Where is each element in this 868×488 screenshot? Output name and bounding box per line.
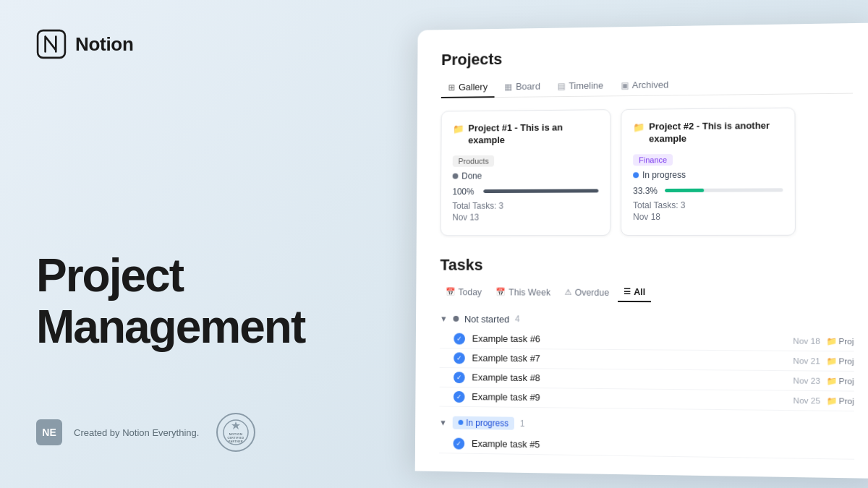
- task-row[interactable]: ✓ Example task #9 Nov 25 📁 Proj: [439, 388, 854, 411]
- svg-text:CERTIFIED: CERTIFIED: [228, 437, 244, 440]
- projects-tabs-bar: ⊞ Gallery ▦ Board ▤ Timeline ▣ Archived: [441, 72, 853, 98]
- group-toggle-not-started[interactable]: ▼: [440, 314, 448, 323]
- certified-seal-icon: NOTION CERTIFIED PARTNER: [221, 418, 250, 447]
- task-check-8: ✓: [454, 372, 465, 383]
- task-check-7: ✓: [454, 352, 465, 364]
- tasks-title: Tasks: [440, 256, 854, 275]
- svg-text:PARTNER: PARTNER: [229, 440, 243, 443]
- timeline-icon: ▤: [557, 81, 565, 91]
- svg-text:NOTION: NOTION: [229, 432, 243, 436]
- card-2-fill: [665, 189, 704, 192]
- project-cards-container: 📁 Project #1 - This is an example Produc…: [441, 107, 854, 236]
- tab-board-label: Board: [516, 81, 540, 92]
- task-tab-today[interactable]: 📅 Today: [440, 283, 488, 301]
- ne-icon: NE: [36, 419, 62, 445]
- card-2-status-dot: [633, 172, 639, 178]
- card-1-status: Done: [461, 171, 482, 181]
- tab-archived-label: Archived: [632, 80, 668, 90]
- task-date-6: Nov 18: [793, 336, 820, 345]
- task-tab-week[interactable]: 📅 This Week: [490, 283, 556, 301]
- tab-archived[interactable]: ▣ Archived: [613, 74, 676, 96]
- group-toggle-in-progress[interactable]: ▼: [439, 418, 447, 427]
- task-row[interactable]: ✓ Example task #5: [439, 434, 854, 459]
- logo-text: Notion: [75, 33, 134, 56]
- card-2-tag: Finance: [633, 154, 673, 166]
- task-group-in-progress: ▼ In progress 1 ✓ Example task #5: [439, 414, 854, 459]
- gallery-icon: ⊞: [448, 82, 456, 93]
- task-tab-today-label: Today: [458, 287, 482, 297]
- left-panel: Notion Project Management NE Created by …: [0, 0, 420, 488]
- notion-logo-icon: [36, 29, 67, 59]
- task-tab-week-label: This Week: [509, 287, 550, 297]
- task-check-5: ✓: [453, 437, 464, 449]
- board-icon: ▦: [504, 82, 512, 92]
- task-tab-all[interactable]: ☰ All: [618, 283, 651, 302]
- task-proj-7: 📁 Proj: [826, 356, 854, 367]
- task-proj-6: 📁 Proj: [826, 336, 854, 347]
- card-2-progress-bar: [665, 189, 783, 193]
- card-2-title: Project #2 - This is another example: [649, 120, 783, 145]
- card-1-progress-bar: [483, 189, 598, 194]
- project-card-1[interactable]: 📁 Project #1 - This is an example Produc…: [441, 109, 611, 236]
- task-name-8: Example task #8: [472, 372, 784, 386]
- task-proj-9: 📁 Proj: [826, 395, 854, 406]
- task-date-9: Nov 25: [793, 396, 820, 406]
- group-header-not-started: ▼ Not started 4: [440, 312, 854, 329]
- tab-gallery-label: Gallery: [459, 82, 488, 93]
- tasks-tabs-bar: 📅 Today 📅 This Week ⚠ Overdue ☰ All: [440, 283, 854, 303]
- certified-badge: NOTION CERTIFIED PARTNER: [216, 413, 255, 452]
- task-check-6: ✓: [454, 333, 465, 344]
- task-name-6: Example task #6: [472, 333, 784, 346]
- task-tab-all-label: All: [634, 287, 645, 297]
- folder-icon-2: 📁: [633, 122, 644, 133]
- app-content: Projects ⊞ Gallery ▦ Board ▤ Timeline ▣ …: [415, 22, 868, 478]
- group-dot-not-started: [453, 316, 459, 322]
- group-label-not-started: Not started: [464, 314, 509, 325]
- hero-line2: Management: [36, 301, 383, 352]
- projects-section: Projects ⊞ Gallery ▦ Board ▤ Timeline ▣ …: [441, 45, 854, 236]
- calendar-icon-today: 📅: [446, 288, 456, 297]
- task-tab-overdue-label: Overdue: [575, 288, 610, 298]
- dot-inprogress-badge: [458, 420, 463, 425]
- projects-title: Projects: [441, 45, 853, 69]
- tab-gallery[interactable]: ⊞ Gallery: [441, 77, 495, 98]
- project-card-2[interactable]: 📁 Project #2 - This is another example F…: [621, 108, 796, 236]
- folder-icon-1: 📁: [453, 124, 464, 134]
- card-1-date: Nov 13: [452, 212, 598, 222]
- tab-timeline[interactable]: ▤ Timeline: [550, 76, 611, 98]
- task-date-7: Nov 21: [793, 356, 820, 366]
- card-1-progress: 100%: [453, 187, 478, 197]
- logo-area: Notion: [36, 29, 383, 59]
- archived-icon: ▣: [621, 80, 629, 90]
- task-tab-overdue[interactable]: ⚠ Overdue: [559, 284, 615, 301]
- group-count-not-started: 4: [515, 314, 520, 325]
- card-1-tag: Products: [453, 155, 495, 167]
- card-2-date: Nov 18: [633, 211, 783, 222]
- card-2-tasks: Total Tasks: 3: [633, 200, 783, 210]
- tasks-section: Tasks 📅 Today 📅 This Week ⚠ Overdue ☰ Al…: [439, 256, 854, 460]
- hero-line1: Project: [36, 250, 383, 301]
- card-1-fill: [483, 189, 598, 194]
- group-header-in-progress: ▼ In progress 1: [439, 414, 854, 437]
- task-proj-8: 📁 Proj: [826, 376, 854, 387]
- tab-timeline-label: Timeline: [569, 80, 603, 91]
- hero-title: Project Management: [36, 250, 383, 352]
- task-name-5: Example task #5: [472, 438, 854, 455]
- card-2-status: In progress: [642, 170, 686, 180]
- task-name-9: Example task #9: [472, 391, 784, 406]
- card-1-tasks: Total Tasks: 3: [452, 200, 598, 210]
- list-icon: ☰: [624, 287, 631, 296]
- group-count-in-progress: 1: [520, 419, 525, 429]
- task-name-7: Example task #7: [472, 353, 785, 367]
- task-row[interactable]: ✓ Example task #6 Nov 18 📁 Proj: [440, 329, 854, 351]
- task-group-not-started: ▼ Not started 4 ✓ Example task #6 Nov 18…: [439, 312, 854, 411]
- footer-area: NE Created by Notion Everything. NOTION …: [36, 413, 383, 459]
- task-date-8: Nov 23: [793, 376, 820, 385]
- task-check-9: ✓: [454, 391, 465, 403]
- warning-icon: ⚠: [565, 288, 572, 297]
- tab-board[interactable]: ▦ Board: [498, 77, 548, 98]
- app-window: Projects ⊞ Gallery ▦ Board ▤ Timeline ▣ …: [415, 22, 868, 478]
- in-progress-badge: In progress: [453, 416, 514, 429]
- card-2-progress: 33.3%: [633, 186, 659, 196]
- card-1-title: Project #1 - This is an example: [468, 121, 598, 147]
